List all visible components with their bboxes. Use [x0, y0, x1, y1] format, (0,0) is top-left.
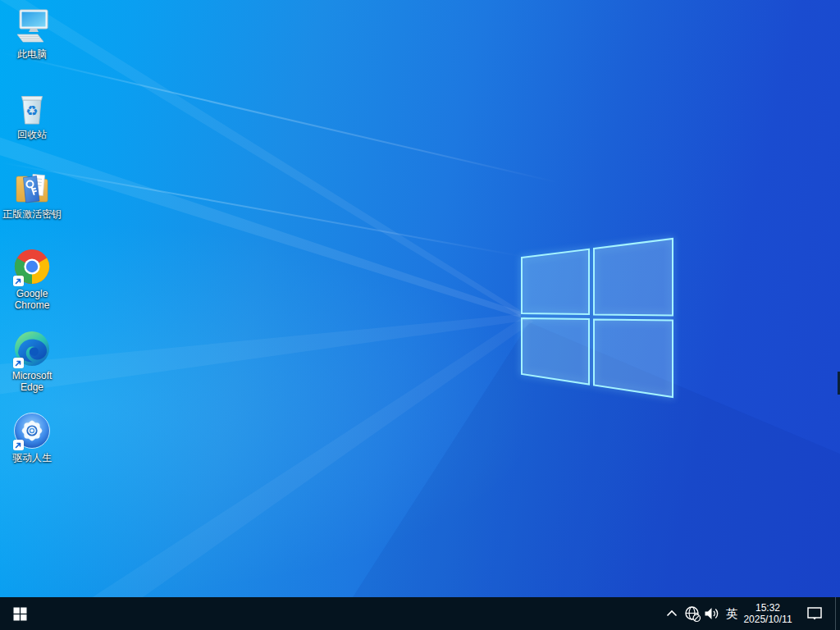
action-center-button[interactable] [794, 597, 835, 630]
clock[interactable]: 15:32 2025/10/11 [742, 597, 794, 630]
clock-date: 2025/10/11 [743, 614, 792, 626]
desktop-icon-recycle-bin[interactable]: ♻ 回收站 [1, 87, 63, 140]
windows-start-icon [13, 607, 27, 621]
windows-logo-wallpaper [517, 234, 678, 401]
volume-icon [702, 604, 722, 623]
icon-label: Microsoft Edge [1, 370, 63, 393]
show-desktop-button[interactable] [836, 597, 840, 630]
shortcut-arrow-icon [13, 276, 24, 286]
icon-label: 正版激活密钥 [2, 208, 62, 220]
chevron-up-icon [662, 604, 682, 623]
desktop-icon-activation-key[interactable]: 正版激活密钥 [1, 167, 63, 220]
shortcut-arrow-icon [13, 358, 24, 368]
ime-language-indicator[interactable]: 英 [722, 597, 742, 630]
icon-label: 此电脑 [17, 48, 47, 60]
icon-label: 驱动人生 [12, 452, 52, 463]
screen: 此电脑 ♻ 回收站 [0, 0, 840, 630]
desktop-icon-driver-life[interactable]: 驱动人生 [1, 410, 63, 463]
clock-time: 15:32 [756, 602, 780, 614]
icon-label: 回收站 [17, 129, 47, 140]
desktop-icon-google-chrome[interactable]: Google Chrome [1, 246, 63, 311]
network-status-button[interactable] [682, 597, 702, 630]
this-pc-icon [12, 7, 52, 47]
recycle-bin-icon: ♻ [12, 88, 52, 127]
desktop-icon-microsoft-edge[interactable]: Microsoft Edge [1, 328, 63, 393]
volume-button[interactable] [702, 597, 722, 630]
icon-label: Google Chrome [1, 288, 63, 311]
activation-key-folder-icon [12, 167, 52, 207]
show-hidden-icons-button[interactable] [661, 597, 682, 630]
taskbar: 英 15:32 2025/10/11 [0, 597, 840, 630]
desktop[interactable]: 此电脑 ♻ 回收站 [0, 0, 840, 597]
network-globe-offline-icon [682, 604, 702, 623]
shortcut-arrow-icon [13, 440, 24, 450]
desktop-icon-this-pc[interactable]: 此电脑 [1, 7, 63, 60]
system-tray: 英 15:32 2025/10/11 [661, 597, 840, 630]
svg-text:♻: ♻ [25, 103, 38, 119]
start-button[interactable] [0, 597, 39, 630]
action-center-icon [805, 604, 824, 623]
